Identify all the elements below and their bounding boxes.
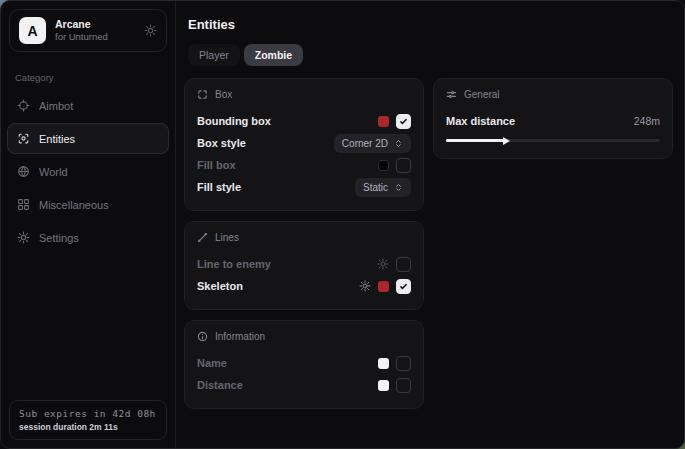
diagonal-line-icon — [197, 232, 208, 243]
sidebar-item-miscellaneous[interactable]: Miscellaneous — [7, 189, 169, 220]
checkbox-checked[interactable] — [396, 279, 411, 294]
checkbox-unchecked[interactable] — [396, 356, 411, 371]
category-label: Category — [15, 72, 161, 83]
color-swatch[interactable] — [378, 358, 389, 369]
sidebar-item-aimbot[interactable]: Aimbot — [7, 90, 169, 121]
color-swatch[interactable] — [378, 116, 389, 127]
sidebar-item-entities[interactable]: Entities — [7, 123, 169, 154]
information-card-title: Information — [215, 331, 265, 342]
setting-label: Bounding box — [197, 115, 271, 127]
right-column: General Max distance 248m — [433, 78, 673, 409]
sidebar-item-label: Miscellaneous — [39, 199, 109, 211]
general-card-title: General — [464, 89, 500, 100]
lines-card: Lines Line to enemy — [184, 221, 424, 310]
app-window: A Arcane for Unturned Category A — [0, 0, 685, 449]
lines-card-header: Lines — [197, 232, 411, 243]
app-subtitle: for Unturned — [55, 31, 135, 43]
tab-zombie[interactable]: Zombie — [244, 44, 303, 66]
skeleton-settings-gear-icon[interactable] — [359, 280, 371, 292]
setting-row-max-distance: Max distance 248m — [446, 110, 660, 132]
checkbox-unchecked[interactable] — [396, 257, 411, 272]
app-meta: Arcane for Unturned — [55, 18, 135, 43]
setting-label: Name — [197, 357, 227, 369]
app-name: Arcane — [55, 18, 135, 31]
box-card: Box Bounding box Box style — [184, 78, 424, 211]
setting-row-fill-box: Fill box — [197, 154, 411, 176]
sidebar-item-label: World — [39, 166, 68, 178]
globe-icon — [17, 165, 30, 178]
chevrons-up-down-icon — [394, 183, 403, 192]
setting-row-distance: Distance — [197, 374, 411, 396]
main-panel: Entities Player Zombie Box — [176, 1, 685, 448]
checkbox-unchecked[interactable] — [396, 378, 411, 393]
sliders-icon — [446, 89, 457, 100]
general-card-header: General — [446, 89, 660, 100]
setting-label: Line to enemy — [197, 258, 271, 270]
setting-label: Max distance — [446, 115, 515, 127]
slider-value: 248m — [634, 115, 660, 127]
lines-card-title: Lines — [215, 232, 239, 243]
setting-row-skeleton: Skeleton — [197, 275, 411, 297]
sidebar-item-settings[interactable]: Settings — [7, 222, 169, 253]
crosshair-icon — [17, 99, 30, 112]
setting-row-fill-style: Fill style Static — [197, 176, 411, 198]
gear-icon — [17, 231, 30, 244]
dropdown-value: Static — [363, 182, 388, 193]
box-corners-icon — [197, 89, 208, 100]
entities-scan-icon — [17, 132, 30, 145]
info-icon — [197, 331, 208, 342]
subscription-info: Sub expires in 42d 08h session duration … — [9, 400, 167, 440]
setting-label: Skeleton — [197, 280, 243, 292]
checkbox-checked[interactable] — [396, 114, 411, 129]
max-distance-slider[interactable] — [446, 136, 660, 146]
slider-thumb[interactable] — [503, 137, 510, 145]
box-style-dropdown[interactable]: Corner 2D — [334, 134, 411, 153]
sidebar-item-label: Entities — [39, 133, 75, 145]
box-card-title: Box — [215, 89, 232, 100]
grid-icon — [17, 198, 30, 211]
setting-label: Distance — [197, 379, 243, 391]
setting-row-box-style: Box style Corner 2D — [197, 132, 411, 154]
color-swatch[interactable] — [378, 281, 389, 292]
sidebar-item-label: Aimbot — [39, 100, 73, 112]
dropdown-value: Corner 2D — [342, 138, 388, 149]
sidebar: A Arcane for Unturned Category A — [1, 1, 176, 448]
information-card: Information Name Distance — [184, 320, 424, 409]
setting-row-line-to-enemy: Line to enemy — [197, 253, 411, 275]
slider-fill — [446, 139, 505, 142]
setting-label: Fill box — [197, 159, 236, 171]
left-column: Box Bounding box Box style — [184, 78, 424, 409]
session-duration-text: session duration 2m 11s — [19, 422, 157, 432]
header-gear-icon[interactable] — [144, 24, 157, 37]
sidebar-item-world[interactable]: World — [7, 156, 169, 187]
color-swatch[interactable] — [378, 380, 389, 391]
tab-player[interactable]: Player — [188, 44, 240, 66]
color-swatch[interactable] — [378, 160, 389, 171]
sub-expires-text: Sub expires in 42d 08h — [19, 408, 157, 419]
information-card-header: Information — [197, 331, 411, 342]
chevrons-up-down-icon — [394, 139, 403, 148]
sidebar-item-label: Settings — [39, 232, 79, 244]
sidebar-nav: Aimbot Entities World — [1, 89, 175, 254]
fill-style-dropdown[interactable]: Static — [355, 178, 411, 197]
setting-label: Box style — [197, 137, 246, 149]
checkbox-unchecked[interactable] — [396, 158, 411, 173]
page-title: Entities — [188, 17, 673, 32]
box-card-header: Box — [197, 89, 411, 100]
setting-row-bounding-box: Bounding box — [197, 110, 411, 132]
setting-label: Fill style — [197, 181, 241, 193]
app-header: A Arcane for Unturned — [9, 9, 167, 52]
line-settings-gear-icon[interactable] — [377, 258, 389, 270]
setting-row-name: Name — [197, 352, 411, 374]
entity-tabs: Player Zombie — [188, 44, 673, 66]
app-logo: A — [19, 17, 46, 44]
general-card: General Max distance 248m — [433, 78, 673, 159]
